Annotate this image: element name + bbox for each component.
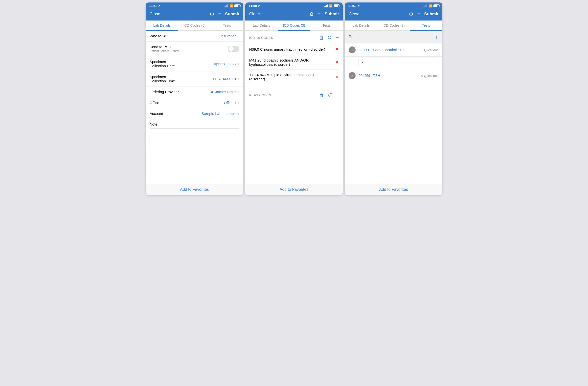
- submit-button[interactable]: Submit: [424, 12, 438, 17]
- form-label: Send to PSC: [150, 45, 179, 49]
- form-label: Specimen Collection Time: [150, 75, 175, 83]
- form-value-text: Insurance: [220, 34, 237, 38]
- list-icon[interactable]: ≡: [318, 11, 321, 17]
- tabs: Lab DetailsICD Codes (3)Tests: [245, 21, 343, 31]
- status-time-area: 11:58 ➤: [149, 4, 160, 8]
- location-icon: ➤: [258, 4, 260, 7]
- tab-1[interactable]: ICD Codes (3): [377, 21, 410, 30]
- delete-icon[interactable]: ✕: [335, 46, 339, 52]
- wifi-icon: 📶: [429, 4, 432, 8]
- icd-item-text: M41.20 Idiopathic scoliosis AND/OR kypho…: [249, 58, 333, 66]
- close-button[interactable]: Close: [249, 12, 260, 17]
- note-section: Note: [146, 119, 243, 152]
- tab-2[interactable]: Tests: [211, 21, 243, 30]
- form-value-text: Office 1: [224, 101, 237, 105]
- tab-0[interactable]: Lab Details: [245, 21, 278, 30]
- tab-1[interactable]: ICD Codes (3): [278, 21, 310, 30]
- form-value-text: 11:57 AM EDT: [212, 77, 237, 81]
- add-test-button[interactable]: +: [435, 34, 438, 41]
- submit-button[interactable]: Submit: [225, 12, 239, 17]
- form-row-4[interactable]: Ordering Provider Dr. James Smith ›: [146, 86, 243, 97]
- list-icon[interactable]: ≡: [417, 11, 420, 17]
- screens-container: 11:58 ➤ 📶 Close ⚙ ≡ Subm: [146, 2, 442, 195]
- toggle-switch[interactable]: [228, 46, 239, 52]
- content-area: Edit + 1 322000 - Comp. Metabolic Pa... …: [345, 31, 442, 184]
- tab-0[interactable]: Lab Details: [146, 21, 178, 30]
- gear-icon[interactable]: ⚙: [210, 11, 214, 17]
- form-value: 11:57 AM EDT ›: [212, 77, 239, 81]
- bottom-bar: Add to Favorites: [245, 184, 343, 195]
- test-num-1: 2: [349, 72, 356, 79]
- test-answer-row-0: [345, 57, 442, 69]
- test-block-1: 2 004259 - TSH 0 Questions: [345, 69, 442, 82]
- history-icon[interactable]: ↺: [327, 34, 332, 41]
- nav-actions: ⚙ ≡ Submit: [210, 11, 239, 17]
- nav-bar: Close ⚙ ≡ Submit: [345, 9, 442, 21]
- icd-item-0: N39.0 Chronic urinary tract infection (d…: [249, 43, 339, 55]
- delete-icon[interactable]: ✕: [335, 60, 339, 65]
- status-time: 11:59: [348, 4, 356, 8]
- form-value-text: April 28, 2022: [214, 62, 237, 66]
- tab-2[interactable]: Tests: [310, 21, 343, 30]
- edit-button[interactable]: Edit: [349, 35, 356, 39]
- form-sublabel: Patient Service Center: [150, 49, 179, 53]
- icd9-header: ICD-9 CODES 🗑 ↺ +: [249, 92, 339, 99]
- icd-item-text: N39.0 Chronic urinary tract infection (d…: [249, 47, 333, 51]
- form-row-2[interactable]: Specimen Collection Date April 28, 2022 …: [146, 56, 243, 71]
- form-label: Who to Bill: [150, 34, 167, 38]
- status-bar: 11:59 ➤ 📶: [345, 2, 442, 9]
- tab-2[interactable]: Tests: [410, 21, 442, 30]
- history-icon[interactable]: ↺: [327, 92, 332, 98]
- form-row-5[interactable]: Office Office 1 ›: [146, 97, 243, 108]
- nav-bar: Close ⚙ ≡ Submit: [245, 9, 343, 21]
- screen-3: 11:59 ➤ 📶 Close ⚙ ≡ Subm: [345, 2, 442, 195]
- test-item-1[interactable]: 2 004259 - TSH 0 Questions: [345, 69, 442, 82]
- icd10-header: ICD-10 CODES 🗑 ↺ +: [249, 34, 339, 41]
- close-button[interactable]: Close: [150, 12, 160, 17]
- form-row-0[interactable]: Who to Bill Insurance ›: [146, 31, 243, 42]
- add-favorites-button[interactable]: Add to Favorites: [379, 187, 408, 192]
- location-icon: ➤: [358, 4, 360, 7]
- form-row-6[interactable]: Account Sample Lab - sample ›: [146, 108, 243, 119]
- submit-button[interactable]: Submit: [325, 12, 339, 17]
- status-right: 📶: [225, 4, 240, 8]
- battery-icon: [433, 4, 439, 7]
- note-input[interactable]: [150, 128, 239, 148]
- test-answer-input-0[interactable]: [359, 58, 438, 66]
- content-area: Who to Bill Insurance › Send to PSC Pati…: [146, 31, 243, 184]
- add-favorites-button[interactable]: Add to Favorites: [280, 187, 309, 192]
- nav-actions: ⚙ ≡ Submit: [409, 11, 438, 17]
- status-time-area: 11:58 ➤: [249, 4, 260, 8]
- add-favorites-button[interactable]: Add to Favorites: [180, 187, 209, 192]
- nav-actions: ⚙ ≡ Submit: [309, 11, 339, 17]
- screen-1: 11:58 ➤ 📶 Close ⚙ ≡ Subm: [146, 2, 243, 195]
- icd9-title: ICD-9 CODES: [249, 93, 271, 97]
- signal-icon: [225, 4, 228, 7]
- add-icon[interactable]: +: [335, 92, 339, 99]
- test-block-0: 1 322000 - Comp. Metabolic Pa... 1 Quest…: [345, 43, 442, 69]
- signal-icon: [324, 4, 328, 7]
- tab-1[interactable]: ICD Codes (5): [178, 21, 211, 30]
- delete-icon[interactable]: ✕: [335, 74, 339, 80]
- gear-icon[interactable]: ⚙: [309, 11, 314, 17]
- chevron-icon: ›: [238, 62, 239, 66]
- form-value-text: Sample Lab - sample: [202, 111, 237, 116]
- icd9-actions: 🗑 ↺ +: [319, 92, 339, 99]
- trash-icon[interactable]: 🗑: [319, 92, 324, 98]
- close-button[interactable]: Close: [349, 12, 359, 17]
- icd-item-1: M41.20 Idiopathic scoliosis AND/OR kypho…: [249, 55, 339, 70]
- trash-icon[interactable]: 🗑: [319, 35, 324, 41]
- form-row-3[interactable]: Specimen Collection Time 11:57 AM EDT ›: [146, 71, 243, 86]
- list-icon[interactable]: ≡: [218, 11, 221, 17]
- add-icon[interactable]: +: [335, 34, 339, 41]
- test-num-0: 1: [349, 46, 356, 53]
- form-label: Specimen Collection Date: [150, 60, 175, 68]
- test-questions-1: 0 Questions: [421, 74, 442, 78]
- bottom-bar: Add to Favorites: [345, 184, 442, 195]
- test-item-0[interactable]: 1 322000 - Comp. Metabolic Pa... 1 Quest…: [345, 43, 442, 57]
- gear-icon[interactable]: ⚙: [409, 11, 413, 17]
- wifi-icon: 📶: [229, 4, 233, 8]
- icd-item-2: T78.49XA Multiple environmental allergie…: [249, 70, 339, 84]
- status-right: 📶: [324, 4, 339, 8]
- tab-0[interactable]: Lab Details: [345, 21, 377, 30]
